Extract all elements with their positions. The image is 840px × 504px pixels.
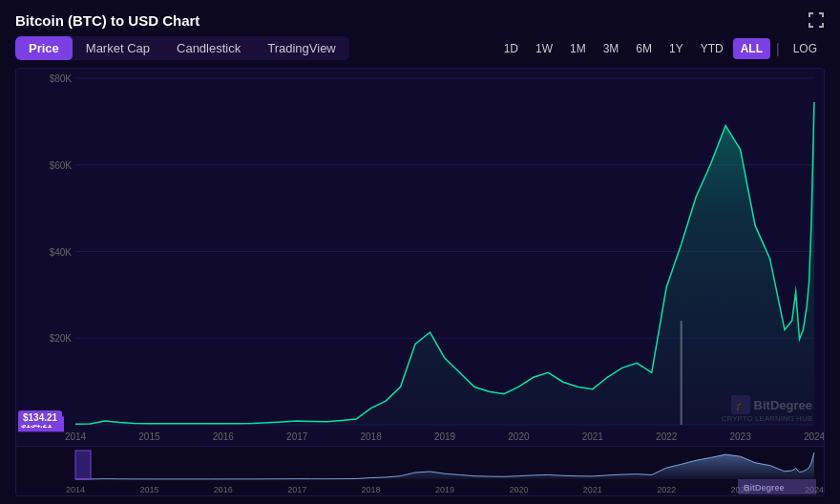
watermark-icon: 🎓 <box>731 395 750 414</box>
time-btn-1d[interactable]: 1D <box>496 38 526 59</box>
fullscreen-icon[interactable] <box>808 11 825 29</box>
time-divider: | <box>776 41 780 56</box>
main-chart: $134.21 🎓 BitDegree CRYPTO LEARNING HUB <box>16 69 824 446</box>
tab-group: Price Market Cap Candlestick TradingView <box>15 36 349 60</box>
mini-chart-canvas <box>16 447 824 496</box>
log-button[interactable]: LOG <box>786 38 825 59</box>
time-btn-1y[interactable]: 1Y <box>662 38 691 59</box>
price-tag: $134.21 <box>18 410 62 425</box>
watermark-name: BitDegree <box>754 398 812 412</box>
controls-row: Price Market Cap Candlestick TradingView… <box>15 36 825 60</box>
time-group: 1D 1W 1M 3M 6M 1Y YTD ALL | LOG <box>496 38 825 59</box>
watermark: 🎓 BitDegree CRYPTO LEARNING HUB <box>722 395 812 423</box>
page-title: Bitcoin (BTC) to USD Chart <box>15 12 200 29</box>
main-chart-canvas <box>16 69 824 446</box>
time-btn-3m[interactable]: 3M <box>596 38 627 59</box>
app-container: Bitcoin (BTC) to USD Chart Price Market … <box>0 0 840 504</box>
time-btn-1w[interactable]: 1W <box>528 38 560 59</box>
time-btn-all[interactable]: ALL <box>733 38 770 59</box>
time-btn-1m[interactable]: 1M <box>562 38 594 59</box>
mini-chart <box>16 446 824 495</box>
tab-tradingview[interactable]: TradingView <box>254 36 349 60</box>
chart-area: $134.21 🎓 BitDegree CRYPTO LEARNING HUB <box>15 68 825 496</box>
header-row: Bitcoin (BTC) to USD Chart <box>15 11 825 29</box>
tab-candlestick[interactable]: Candlestick <box>163 36 254 60</box>
tab-price[interactable]: Price <box>15 36 73 60</box>
watermark-subtitle: CRYPTO LEARNING HUB <box>722 414 812 423</box>
tab-marketcap[interactable]: Market Cap <box>73 36 163 60</box>
time-btn-ytd[interactable]: YTD <box>693 38 731 59</box>
watermark-logo: 🎓 BitDegree <box>731 395 812 414</box>
time-btn-6m[interactable]: 6M <box>628 38 660 59</box>
